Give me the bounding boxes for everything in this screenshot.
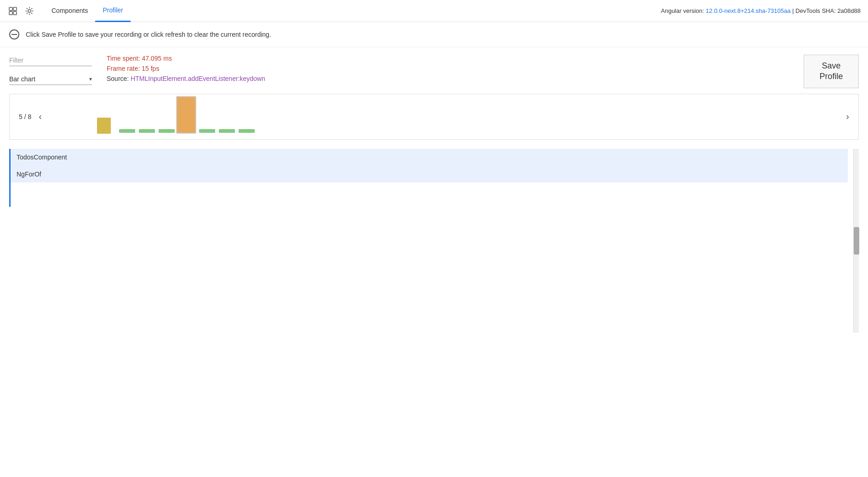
svg-rect-1 <box>13 7 17 11</box>
component-list: TodosComponent NgForOf <box>9 149 848 333</box>
prev-arrow[interactable]: ‹ <box>37 109 44 124</box>
svg-rect-9 <box>177 97 195 133</box>
no-entry-icon <box>9 29 19 40</box>
info-bar: Click Save Profile to save your recordin… <box>0 22 868 47</box>
tab-profiler[interactable]: Profiler <box>95 0 130 22</box>
scrollbar-track[interactable] <box>853 149 859 333</box>
svg-rect-3 <box>13 11 17 15</box>
svg-rect-0 <box>9 7 12 11</box>
devtools-icon[interactable] <box>7 6 18 17</box>
svg-rect-7 <box>139 129 155 133</box>
frame-rate-label: Frame rate: <box>107 65 142 72</box>
blue-indicator-2 <box>9 168 11 187</box>
blue-indicator-1 <box>9 149 11 168</box>
chart-type-label: Bar chart <box>9 75 89 83</box>
source-label: Source: <box>107 75 131 82</box>
chart-container: 5 / 8 ‹ <box>9 94 859 140</box>
blue-indicator-3 <box>9 187 11 207</box>
time-spent-line: Time spent: 47.095 ms <box>107 55 265 62</box>
version-link[interactable]: 12.0.0-next.8+214.sha-73105aa <box>706 7 791 14</box>
svg-point-4 <box>28 10 31 12</box>
component-item-ngfor[interactable]: NgForOf <box>9 166 848 182</box>
time-spent-value: 47.095 ms <box>142 55 172 62</box>
top-navigation: Components Profiler Angular version: 12.… <box>0 0 868 22</box>
frame-rate-value: 15 fps <box>142 65 159 72</box>
stats-section: Time spent: 47.095 ms Frame rate: 15 fps… <box>107 55 265 82</box>
info-message: Click Save Profile to save your recordin… <box>26 31 271 38</box>
source-value: HTMLInputElement.addEventListener:keydow… <box>131 75 265 82</box>
save-profile-button[interactable]: SaveProfile <box>804 55 859 88</box>
filter-section: Bar chart ▾ <box>9 55 92 85</box>
tab-components[interactable]: Components <box>44 0 95 22</box>
page-info: 5 / 8 <box>19 113 31 120</box>
chart-pagination: 5 / 8 ‹ <box>10 109 92 124</box>
svg-rect-2 <box>9 11 12 15</box>
svg-rect-13 <box>239 129 255 133</box>
main-content: Bar chart ▾ Time spent: 47.095 ms Frame … <box>0 47 868 340</box>
chart-type-dropdown[interactable]: Bar chart ▾ <box>9 74 92 85</box>
svg-rect-12 <box>219 129 235 133</box>
frame-rate-line: Frame rate: 15 fps <box>107 65 265 72</box>
bar-chart-svg <box>92 96 322 134</box>
chevron-down-icon: ▾ <box>89 76 92 82</box>
component-item-todos[interactable]: TodosComponent <box>9 149 848 166</box>
controls-row: Bar chart ▾ Time spent: 47.095 ms Frame … <box>9 55 859 88</box>
bar-chart-area <box>92 96 844 137</box>
version-info: Angular version: 12.0.0-next.8+214.sha-7… <box>661 7 861 14</box>
scrollbar-thumb[interactable] <box>854 227 859 255</box>
settings-icon[interactable] <box>24 6 35 17</box>
lower-section: TodosComponent NgForOf <box>9 149 859 333</box>
filter-input[interactable] <box>9 55 92 66</box>
svg-rect-6 <box>119 129 135 133</box>
svg-rect-5 <box>97 118 111 134</box>
next-arrow[interactable]: › <box>844 109 858 124</box>
time-spent-label: Time spent: <box>107 55 142 62</box>
svg-rect-11 <box>199 129 215 133</box>
svg-rect-8 <box>159 129 175 133</box>
source-line: Source: HTMLInputElement.addEventListene… <box>107 75 265 82</box>
